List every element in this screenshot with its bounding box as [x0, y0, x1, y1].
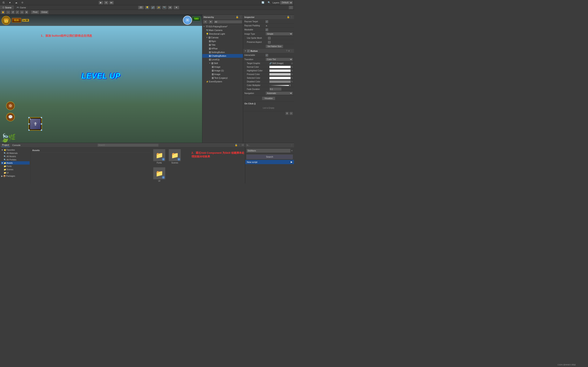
- component-fold-icon[interactable]: ▼: [244, 50, 246, 52]
- tab-scene[interactable]: ⬡ Scene: [0, 5, 14, 9]
- menu-dropdown[interactable]: ▼: [8, 1, 12, 4]
- proj-ui[interactable]: 📁 UI: [1, 171, 30, 174]
- tree-text-legacy[interactable]: 🖼 Text (Legacy): [202, 76, 243, 80]
- play-button[interactable]: ▶: [99, 1, 103, 4]
- proj-assets[interactable]: ▼ 📁 Assets: [1, 161, 30, 165]
- proj-packages[interactable]: ▶ 📦 Packages: [1, 174, 30, 178]
- asset-add-fonts[interactable]: +: [162, 158, 165, 161]
- tree-eventsystem[interactable]: ⚡ EventSystem: [202, 80, 243, 83]
- handle-tl[interactable]: [28, 117, 30, 118]
- preserve-aspect-check[interactable]: [268, 41, 270, 43]
- hierarchy-add-btn[interactable]: +: [203, 20, 208, 24]
- gear-button[interactable]: ⚙: [6, 101, 15, 110]
- component-more-btn[interactable]: ⋮: [291, 50, 293, 52]
- tree-skill[interactable]: ▼ 🖼 Skill: [202, 61, 243, 65]
- project-more-btn[interactable]: ⋮: [238, 144, 241, 146]
- color-multiplier-slider[interactable]: [269, 85, 289, 86]
- search-top-icon[interactable]: 🔍: [267, 1, 272, 4]
- hierarchy-search-input[interactable]: [214, 20, 242, 24]
- target-graphic-pick[interactable]: ⊙: [291, 62, 293, 64]
- project-tab[interactable]: Project: [1, 143, 10, 147]
- asset-item-fonts[interactable]: 📁 + Fonts: [153, 149, 165, 164]
- toolbar-more-btn[interactable]: ▼: [173, 6, 179, 9]
- project-lock-btn[interactable]: 🔓: [235, 144, 238, 146]
- global-btn[interactable]: Global: [40, 10, 49, 14]
- normal-color-swatch[interactable]: [269, 66, 291, 68]
- disabled-color-edit[interactable]: ✎: [291, 81, 293, 83]
- transform-tool[interactable]: ⊕: [25, 10, 28, 14]
- proj-all-prefabs[interactable]: 🔍 All Prefabs: [1, 158, 30, 161]
- toolbar-cam-btn[interactable]: 📷: [162, 6, 167, 9]
- use-sprite-mesh-check[interactable]: [268, 37, 270, 39]
- selected-color-edit[interactable]: ✎: [291, 77, 293, 79]
- new-script-item[interactable]: New script ▶: [245, 160, 294, 164]
- tree-chatting-btn[interactable]: 🖼 ChattingButton: [202, 54, 243, 58]
- toolbar-gizmos-btn[interactable]: ⚙: [168, 6, 172, 9]
- layers-dropdown[interactable]: Default: [280, 1, 293, 4]
- fade-duration-input[interactable]: [269, 87, 282, 91]
- tree-main-camera[interactable]: 📷 Main Camera: [202, 28, 243, 32]
- inspector-lock-btn[interactable]: 🔓: [287, 16, 290, 18]
- tree-image-1[interactable]: 🖼 Image: [202, 65, 243, 69]
- proj-scenes[interactable]: 📁 Scenes: [1, 168, 30, 171]
- normal-color-edit[interactable]: ✎: [291, 66, 293, 68]
- component-settings-btn[interactable]: ⚙: [288, 50, 290, 52]
- tree-setting-btn[interactable]: 🖼 SettingButton: [202, 50, 243, 54]
- image-type-dropdown[interactable]: Simple: [266, 32, 293, 35]
- move-tool[interactable]: ↔: [6, 10, 10, 14]
- raycast-target-check[interactable]: [266, 20, 268, 23]
- tree-levelup[interactable]: 🖼 LevelUp: [202, 58, 243, 61]
- highlighted-color-swatch[interactable]: [269, 69, 291, 72]
- chat-button[interactable]: 💬: [6, 113, 15, 121]
- proj-fonts[interactable]: 📁 Fonts: [1, 165, 30, 168]
- pressed-color-edit[interactable]: ✎: [291, 73, 293, 75]
- hierarchy-more-btn[interactable]: ⋮: [240, 16, 242, 18]
- pressed-color-swatch[interactable]: [269, 73, 291, 76]
- hierarchy-lock-btn[interactable]: 🔓: [236, 16, 239, 18]
- transition-dropdown[interactable]: Color Tint: [266, 58, 293, 61]
- skill-item[interactable]: 1 🗡: [29, 117, 42, 131]
- menu-file[interactable]: 伍: [1, 1, 6, 4]
- handle-br[interactable]: [41, 129, 42, 131]
- search-clear-btn[interactable]: ✕: [291, 150, 293, 152]
- search-header-more[interactable]: ⋮: [291, 144, 293, 147]
- visualize-btn[interactable]: Visualize: [262, 97, 276, 100]
- proj-all-models[interactable]: 🔍 All Models: [1, 155, 30, 158]
- hand-tool[interactable]: ✋: [1, 10, 5, 14]
- scale-tool[interactable]: ⤢: [16, 10, 19, 14]
- set-native-size-btn[interactable]: Set Native Size: [266, 45, 283, 48]
- scene-view[interactable]: 👑 昵称 Lv 50 580 ✕ 1、添加 button组件让我们获得点击消息: [0, 15, 202, 143]
- component-enabled-check[interactable]: [247, 50, 250, 52]
- tree-image-2[interactable]: 🖼 Image (1): [202, 69, 243, 72]
- highlighted-color-edit[interactable]: ✎: [291, 69, 293, 72]
- tree-image-3[interactable]: 🖼 Image: [202, 72, 243, 76]
- asset-add-scenes[interactable]: +: [177, 158, 180, 161]
- tab-game[interactable]: 🎮 Game: [14, 5, 29, 9]
- asset-item-ui[interactable]: 📁 + UI: [153, 167, 165, 182]
- pivot-btn[interactable]: Pivot: [31, 10, 39, 14]
- proj-favorites[interactable]: ▼ ⭐ Favorites: [1, 148, 30, 151]
- handle-ml[interactable]: [28, 123, 30, 125]
- asset-item-scenes[interactable]: 📁 + Scenes: [169, 149, 181, 164]
- proj-all-materials[interactable]: 🔍 All Materials: [1, 151, 30, 155]
- component-help-btn[interactable]: ?: [286, 50, 287, 52]
- toolbar-dots-btn[interactable]: ⋮: [289, 6, 293, 9]
- toolbar-light-btn[interactable]: 💡: [145, 6, 149, 9]
- handle-tr[interactable]: [41, 117, 42, 118]
- asset-add-ui[interactable]: +: [162, 176, 165, 179]
- toolbar-audio-btn[interactable]: 🔊: [151, 6, 155, 9]
- toolbar-2d-btn[interactable]: 2D: [138, 6, 144, 9]
- hierarchy-down-btn[interactable]: ▼: [208, 20, 213, 24]
- tree-dir-light[interactable]: 💡 Directional Light: [202, 32, 243, 36]
- selected-color-swatch[interactable]: [269, 77, 291, 79]
- add-onclick-btn[interactable]: +: [285, 112, 289, 115]
- handle-bl[interactable]: [28, 129, 30, 131]
- toolbar-fx-btn[interactable]: ✨: [156, 6, 161, 9]
- rect-tool[interactable]: ▭: [20, 10, 24, 14]
- pause-button[interactable]: ⏸: [104, 1, 108, 4]
- tree-title[interactable]: 🖼 Title: [202, 43, 243, 47]
- disabled-color-swatch[interactable]: [269, 80, 291, 83]
- search-add-component-input[interactable]: [246, 149, 291, 153]
- navigation-dropdown[interactable]: Automatic: [266, 92, 293, 95]
- raycast-padding-expand[interactable]: ▶: [266, 25, 268, 27]
